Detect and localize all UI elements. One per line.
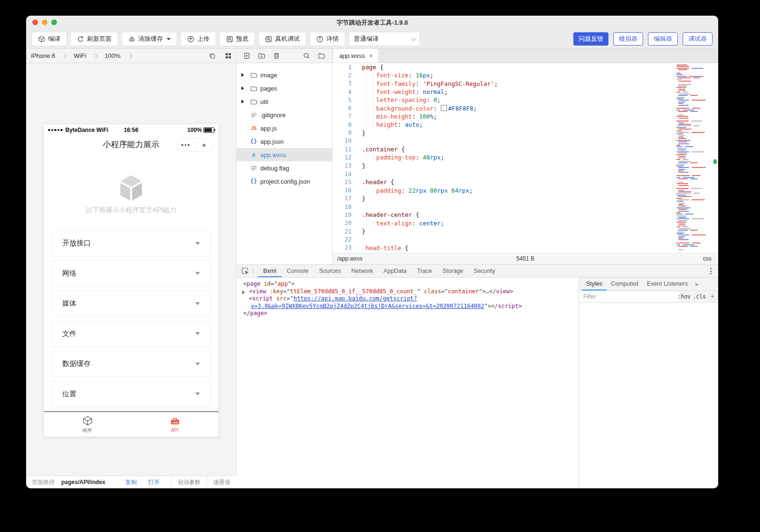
device-bar-zoom[interactable]: 100% bbox=[104, 52, 120, 59]
copy-path-link[interactable]: 复制 bbox=[125, 478, 137, 486]
api-section-1[interactable]: 网络 bbox=[51, 261, 211, 287]
pseudo-state-toggle[interactable]: :hov bbox=[677, 291, 691, 302]
code-line: 1page { bbox=[332, 63, 718, 71]
line-number: 21 bbox=[332, 228, 352, 235]
styles-panel-tab-computed[interactable]: Computed bbox=[607, 278, 643, 290]
debugger-button[interactable]: 调试器 bbox=[683, 32, 712, 46]
script-src-link[interactable]: https://api.map.baidu.com/getscript? bbox=[294, 295, 417, 302]
file-language-label: css bbox=[703, 253, 712, 264]
disclosure-triangle-icon[interactable] bbox=[241, 73, 244, 77]
new-folder-icon[interactable] bbox=[258, 52, 266, 59]
devtools-tab-network[interactable]: Network bbox=[346, 265, 379, 277]
tree-item-app.wxss[interactable]: #app.wxss bbox=[237, 148, 332, 161]
tree-item-pages[interactable]: pages bbox=[237, 82, 332, 95]
line-number: 15 bbox=[332, 179, 352, 186]
code-editor[interactable]: 1page {2 font-size: 16px;3 font-family: … bbox=[332, 63, 718, 253]
toolbar-button-upload[interactable]: 上传 bbox=[181, 32, 216, 46]
script-src-link[interactable]: v=3.0&ak=9IWX8Kev5YcqB2pjZ4dZp2C4tjbsjDr… bbox=[251, 303, 484, 309]
compile-mode-dropdown[interactable]: 普通编译 bbox=[349, 32, 419, 46]
dom-tree-line[interactable]: <page id="app"> bbox=[237, 280, 579, 288]
code-line: 17} bbox=[332, 195, 718, 203]
new-file-icon[interactable] bbox=[243, 52, 250, 59]
simulator-button[interactable]: 模拟器 bbox=[613, 32, 643, 46]
line-number: 16 bbox=[332, 187, 352, 194]
scene-value-button[interactable]: 场景值 bbox=[207, 476, 237, 488]
more-options-icon[interactable] bbox=[710, 268, 713, 274]
editor-button[interactable]: 编辑器 bbox=[648, 32, 678, 46]
more-tabs-icon[interactable]: » bbox=[692, 280, 701, 288]
editor-minimap[interactable] bbox=[676, 65, 714, 251]
styles-panel-tab-event-listeners[interactable]: Event Listeners bbox=[643, 278, 692, 290]
tree-item-name: pages bbox=[260, 85, 277, 92]
devtools-tab-trace[interactable]: Trace bbox=[412, 265, 437, 277]
code-line: 19.header-center { bbox=[332, 211, 718, 219]
dom-tree-line[interactable]: v=3.0&ak=9IWX8Kev5YcqB2pjZ4dZp2C4tjbsjDr… bbox=[237, 303, 579, 310]
tree-item-app.json[interactable]: {}app.json bbox=[237, 135, 332, 148]
code-line: 9} bbox=[332, 129, 718, 137]
toolbar-button-remote-debug[interactable]: 真机调试 bbox=[259, 32, 306, 46]
mini-app-tab-API[interactable]: API bbox=[131, 412, 218, 437]
tree-item-app.js[interactable]: JSapp.js bbox=[237, 121, 332, 135]
more-menu-icon[interactable] bbox=[176, 144, 195, 146]
inspect-icon[interactable] bbox=[241, 267, 249, 275]
phone-status-bar: ByteDance WiFi 16:56 100% bbox=[44, 124, 218, 136]
open-folder-icon[interactable] bbox=[318, 52, 325, 59]
devtools-tab-bxml[interactable]: Bxml bbox=[258, 265, 282, 277]
api-section-5[interactable]: 位置 bbox=[51, 381, 211, 407]
new-style-rule-button[interactable]: + bbox=[711, 291, 714, 302]
color-swatch bbox=[441, 105, 447, 111]
devtools-tab-console[interactable]: Console bbox=[282, 265, 314, 277]
line-number: 1 bbox=[332, 64, 352, 71]
close-tab-icon[interactable]: × bbox=[369, 52, 373, 59]
class-toggle[interactable]: .cls bbox=[693, 291, 706, 302]
device-bar-device[interactable]: iPhone 6 bbox=[31, 52, 55, 59]
chevron-down-icon bbox=[195, 302, 200, 305]
api-section-4[interactable]: 数据缓存 bbox=[51, 351, 211, 377]
tree-item-project.config.json[interactable]: {}project.config.json bbox=[237, 175, 332, 188]
chevron-down-icon bbox=[195, 363, 200, 365]
code-line: 3 font-family: 'PingFangSC-Regular'; bbox=[332, 80, 718, 88]
feedback-button[interactable]: 问题反馈 bbox=[573, 32, 608, 46]
styles-panel-tab-styles[interactable]: Styles bbox=[582, 278, 607, 290]
close-mini-app-icon[interactable]: × bbox=[195, 139, 214, 151]
toolbar-button-label: 清除缓存 bbox=[138, 35, 163, 43]
toolbar-button-clear-cache[interactable]: 清除缓存 bbox=[122, 32, 177, 46]
dom-tree-line[interactable]: </page> bbox=[237, 310, 579, 317]
devtools-tab-sources[interactable]: Sources bbox=[314, 265, 346, 277]
tree-item-image[interactable]: image bbox=[237, 68, 332, 82]
toolbar-button-label: 预览 bbox=[236, 35, 248, 43]
toolbar-button-label: 编译 bbox=[48, 35, 60, 43]
mini-app-tab-组件[interactable]: 组件 bbox=[44, 412, 131, 437]
devtools-tab-storage[interactable]: Storage bbox=[437, 265, 469, 277]
grid-icon[interactable] bbox=[225, 53, 231, 59]
styles-filter-input[interactable]: Filter bbox=[579, 291, 680, 302]
tree-item-.gitignore[interactable]: .gitignore bbox=[237, 108, 332, 121]
tree-item-debug.flag[interactable]: debug.flag bbox=[237, 161, 332, 175]
line-number: 22 bbox=[332, 236, 352, 243]
expand-arrow-icon[interactable] bbox=[242, 290, 245, 294]
disclosure-triangle-icon[interactable] bbox=[241, 100, 244, 103]
dom-tree-line[interactable]: <script src="https://api.map.baidu.com/g… bbox=[237, 295, 579, 303]
device-bar-network[interactable]: WiFi bbox=[74, 52, 86, 59]
chevron-down-icon bbox=[195, 272, 200, 275]
api-section-2[interactable]: 媒体 bbox=[51, 290, 211, 317]
toolbar-button-compile[interactable]: 编译 bbox=[32, 32, 66, 46]
trash-icon[interactable] bbox=[273, 52, 280, 59]
toolbar-button-details[interactable]: 详情 bbox=[310, 32, 345, 46]
toolbar-button-preview[interactable]: 预览 bbox=[220, 32, 255, 46]
open-path-link[interactable]: 打开 bbox=[148, 478, 160, 486]
device-toolbar: iPhone 6WiFi100% app.wxss × bbox=[26, 49, 718, 63]
launch-params-button[interactable]: 启动参数 bbox=[171, 476, 207, 488]
editor-tab-app-wxss[interactable]: app.wxss × bbox=[333, 49, 379, 63]
devtools-tab-security[interactable]: Security bbox=[468, 265, 500, 277]
tree-item-util[interactable]: util bbox=[237, 95, 332, 108]
devtools-tab-appdata[interactable]: AppData bbox=[378, 265, 412, 277]
toolbar-button-refresh[interactable]: 刷新页面 bbox=[71, 32, 118, 46]
dom-tree-line[interactable]: <view :key="ttElem_570dd85_0_if__570dd85… bbox=[237, 288, 579, 296]
disclosure-triangle-icon[interactable] bbox=[241, 86, 244, 90]
refresh-icon bbox=[77, 36, 84, 43]
api-section-0[interactable]: 开放接口 bbox=[51, 230, 211, 256]
search-icon[interactable] bbox=[303, 52, 310, 59]
api-section-3[interactable]: 文件 bbox=[51, 321, 211, 347]
copy-icon[interactable] bbox=[209, 53, 216, 59]
